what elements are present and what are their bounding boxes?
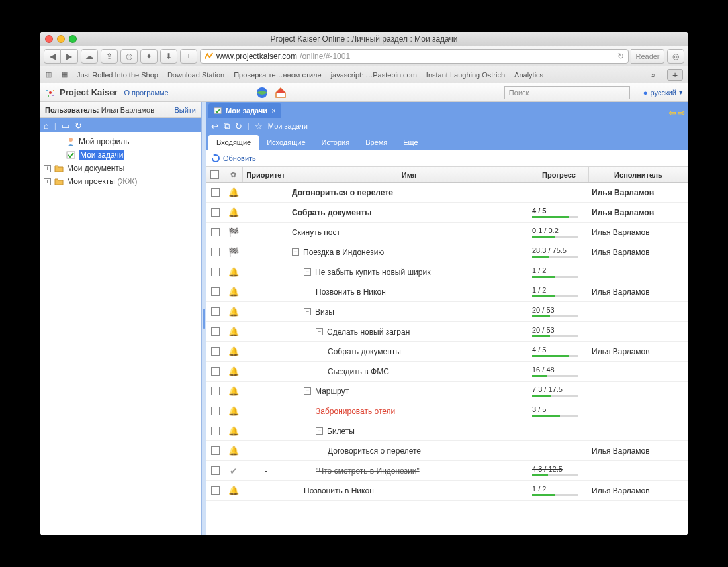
- name-cell[interactable]: Договориться о перелете: [289, 446, 529, 456]
- expand-icon[interactable]: +: [44, 165, 51, 172]
- tab-outbox[interactable]: Исходящие: [259, 135, 313, 150]
- col-icon[interactable]: ✿: [224, 167, 243, 182]
- bookmark-item[interactable]: Instant Laughing Ostrich: [426, 71, 505, 79]
- document-tab[interactable]: Мои задачи ×: [208, 103, 281, 118]
- expand-icon[interactable]: +: [44, 178, 51, 185]
- minimize-window-button[interactable]: [57, 35, 65, 43]
- breadcrumb[interactable]: Мои задачи: [268, 122, 308, 130]
- rss-button[interactable]: ◎: [667, 49, 684, 64]
- table-row[interactable]: 🏁−Поездка в Индонезию28.3 / 75.5Илья Вар…: [206, 242, 688, 262]
- language-selector[interactable]: ● русский ▾: [643, 88, 683, 97]
- name-cell[interactable]: −Поездка в Индонезию: [289, 248, 529, 257]
- bookmarks-overflow[interactable]: »: [651, 71, 655, 79]
- checkbox[interactable]: [211, 367, 220, 376]
- tree-item-profile[interactable]: Мой профиль: [40, 135, 201, 148]
- star-icon[interactable]: ☆: [255, 121, 263, 131]
- tab-more[interactable]: Еще: [395, 135, 426, 150]
- table-row[interactable]: 🔔Собрать документы4 / 5Илья Варламов: [206, 203, 688, 223]
- compass-button[interactable]: ◎: [120, 49, 138, 64]
- collapse-icon[interactable]: −: [304, 308, 311, 315]
- home-icon[interactable]: ⌂: [44, 121, 49, 130]
- table-row[interactable]: 🔔Договориться о перелетеИлья Варламов: [206, 183, 688, 203]
- checkbox[interactable]: [211, 287, 220, 296]
- checkbox[interactable]: [211, 407, 220, 415]
- collapse-icon[interactable]: −: [304, 268, 311, 276]
- tree-item-documents[interactable]: + Мои документы: [40, 162, 201, 175]
- checkbox[interactable]: [211, 248, 220, 256]
- new-tab-button[interactable]: +: [667, 69, 683, 81]
- checkbox[interactable]: [211, 387, 220, 395]
- tree-item-tasks[interactable]: Мои задачи: [40, 148, 201, 162]
- name-cell[interactable]: Скинуть пост: [289, 228, 529, 237]
- add-button[interactable]: ＋: [180, 49, 197, 64]
- reader-button[interactable]: Reader: [631, 49, 664, 64]
- tab-history[interactable]: История: [314, 135, 358, 150]
- card-icon[interactable]: ▭: [62, 121, 69, 130]
- bookmark-item[interactable]: Just Rolled Into the Shop: [77, 71, 158, 79]
- name-cell[interactable]: Сьездить в ФМС: [289, 367, 529, 376]
- name-cell[interactable]: −Сделать новый загран: [289, 327, 529, 336]
- app-logo[interactable]: Project Kaiser: [45, 87, 117, 98]
- checkbox[interactable]: [211, 327, 220, 336]
- about-link[interactable]: О программе: [124, 89, 168, 97]
- nav-back-icon[interactable]: ⇦: [668, 107, 676, 118]
- globe-icon[interactable]: [255, 85, 269, 100]
- show-bookmarks-icon[interactable]: ▥: [45, 70, 52, 79]
- collapse-icon[interactable]: −: [292, 248, 299, 256]
- home-icon[interactable]: [273, 85, 288, 100]
- refresh-button[interactable]: Обновить: [211, 154, 256, 163]
- checkbox[interactable]: [211, 427, 220, 435]
- name-cell[interactable]: −Билеты: [289, 427, 529, 436]
- collapse-icon[interactable]: −: [316, 328, 323, 335]
- checkbox[interactable]: [211, 307, 220, 316]
- table-row[interactable]: 🔔Забронировать отели3 / 5: [206, 401, 688, 421]
- table-row[interactable]: 🔔−Сделать новый загран20 / 53: [206, 322, 688, 342]
- checkbox[interactable]: [211, 228, 220, 236]
- checkbox[interactable]: [211, 188, 220, 197]
- table-row[interactable]: 🔔Позвонить в Никон1 / 2Илья Варламов: [206, 481, 688, 501]
- refresh-icon[interactable]: ↻: [75, 121, 82, 130]
- table-row[interactable]: 🔔−Билеты: [206, 421, 688, 441]
- table-row[interactable]: 🔔Собрать документы4 / 5Илья Варламов: [206, 342, 688, 362]
- name-cell[interactable]: Собрать документы: [289, 347, 529, 356]
- tree-item-projects[interactable]: + Мои проекты (ЖЖ): [40, 175, 201, 188]
- reload-icon[interactable]: ↻: [617, 52, 624, 61]
- col-name[interactable]: Имя: [289, 167, 529, 182]
- name-cell[interactable]: −Не забыть купить новый ширик: [289, 268, 529, 277]
- name-cell[interactable]: "Что смотреть в Индонезии": [289, 466, 529, 476]
- back-button[interactable]: ◀: [44, 49, 61, 64]
- checkbox[interactable]: [211, 208, 220, 217]
- search-input[interactable]: Поиск: [504, 86, 630, 99]
- table-row[interactable]: 🔔Договориться о перелетеИлья Варламов: [206, 441, 688, 461]
- name-cell[interactable]: −Визы: [289, 307, 529, 317]
- checkbox[interactable]: [211, 347, 220, 356]
- close-window-button[interactable]: [45, 35, 53, 43]
- table-row[interactable]: 🔔Позвонить в Никон1 / 2Илья Варламов: [206, 282, 688, 302]
- checkbox[interactable]: [210, 170, 219, 179]
- popout-icon[interactable]: ⧉: [224, 121, 230, 131]
- checkbox[interactable]: [211, 486, 220, 495]
- bookmark-item[interactable]: Download Station: [167, 71, 224, 79]
- name-cell[interactable]: Собрать документы: [289, 208, 529, 217]
- table-row[interactable]: 🔔−Не забыть купить новый ширик1 / 2: [206, 262, 688, 282]
- bookmark-item[interactable]: Проверка те…нном стиле: [234, 71, 321, 79]
- name-cell[interactable]: Позвонить в Никон: [289, 486, 529, 495]
- col-assignee[interactable]: Исполнитель: [589, 167, 688, 182]
- table-row[interactable]: 🏁Скинуть пост0.1 / 0.2Илья Варламов: [206, 223, 688, 242]
- table-row[interactable]: 🔔Сьездить в ФМС16 / 48: [206, 362, 688, 382]
- name-cell[interactable]: −Маршрут: [289, 387, 529, 396]
- bookmark-item[interactable]: Analytics: [514, 71, 543, 79]
- share-button[interactable]: ⇪: [101, 49, 118, 64]
- refresh-icon[interactable]: ↻: [235, 121, 242, 131]
- bookmark-item[interactable]: javascript: …Pastebin.com: [331, 71, 417, 79]
- col-progress[interactable]: Прогресс: [529, 167, 589, 182]
- table-row[interactable]: 🔔−Визы20 / 53: [206, 302, 688, 322]
- logout-link[interactable]: Выйти: [174, 106, 196, 114]
- collapse-icon[interactable]: −: [316, 427, 323, 435]
- back-icon[interactable]: ↩: [211, 121, 218, 131]
- download-button[interactable]: ⬇: [160, 49, 177, 64]
- checkbox[interactable]: [211, 446, 220, 455]
- checkbox[interactable]: [211, 466, 220, 475]
- forward-button[interactable]: ▶: [61, 49, 78, 64]
- zoom-window-button[interactable]: [69, 35, 77, 43]
